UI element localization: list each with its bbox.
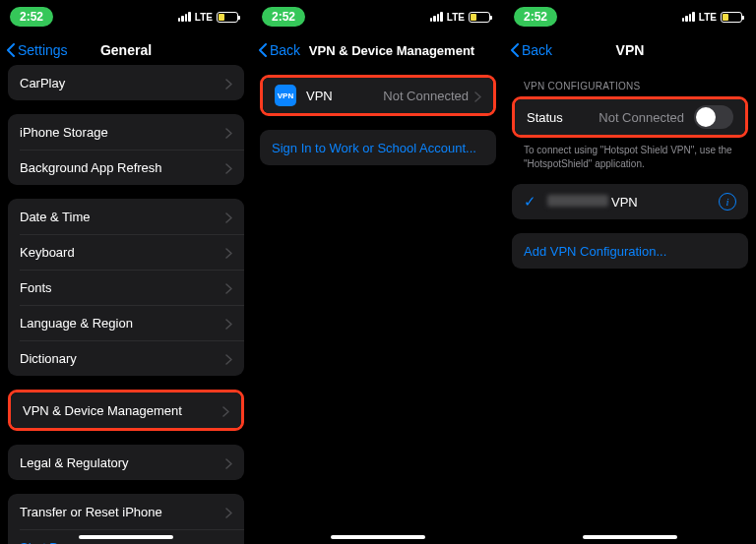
signal-icon xyxy=(178,12,191,22)
row-dictionary[interactable]: Dictionary xyxy=(8,340,244,376)
row-transfer-reset[interactable]: Transfer or Reset iPhone xyxy=(8,494,244,529)
status-indicators: LTE xyxy=(430,12,490,23)
chevron-right-icon xyxy=(225,127,232,138)
network-label: LTE xyxy=(195,12,213,23)
chevron-right-icon xyxy=(225,247,232,258)
status-toggle[interactable] xyxy=(694,105,733,129)
chevron-right-icon xyxy=(225,162,232,173)
network-label: LTE xyxy=(447,12,465,23)
page-title: General xyxy=(100,42,152,58)
group-add-config: Add VPN Configuration... xyxy=(512,233,748,269)
row-label: Keyboard xyxy=(20,245,225,260)
status-indicators: LTE xyxy=(178,12,238,23)
group-vpn-highlight: VPN VPN Not Connected xyxy=(260,75,496,116)
group-carplay: CarPlay xyxy=(8,65,244,100)
screen-general: 2:52 LTE Settings General CarPlay i xyxy=(0,0,252,544)
group-storage: iPhone Storage Background App Refresh xyxy=(8,114,244,185)
row-label: Sign In to Work or School Account... xyxy=(272,141,484,155)
chevron-right-icon xyxy=(222,405,229,416)
group-locale: Date & Time Keyboard Fonts Language & Re… xyxy=(8,199,244,376)
row-label: Shut Down xyxy=(20,540,232,545)
row-label: Status xyxy=(527,110,598,125)
status-bar: 2:52 LTE xyxy=(0,0,252,33)
back-button[interactable]: Back xyxy=(258,42,300,58)
row-vpn-config-selected[interactable]: ✓ VPN i xyxy=(512,184,748,219)
row-vpn-device-management[interactable]: VPN & Device Management xyxy=(11,393,241,428)
home-indicator[interactable] xyxy=(331,535,425,539)
home-indicator[interactable] xyxy=(79,535,173,539)
back-button[interactable]: Back xyxy=(510,42,552,58)
battery-icon xyxy=(721,12,742,23)
time-pill: 2:52 xyxy=(262,7,305,27)
nav-bar: Back VPN & Device Management xyxy=(252,33,504,67)
chevron-right-icon xyxy=(225,507,232,517)
row-keyboard[interactable]: Keyboard xyxy=(8,234,244,270)
chevron-right-icon xyxy=(225,353,232,364)
time-pill: 2:52 xyxy=(10,7,53,27)
row-fonts[interactable]: Fonts xyxy=(8,270,244,305)
group-signin: Sign In to Work or School Account... xyxy=(260,130,496,165)
row-label: VPN & Device Management xyxy=(23,403,222,418)
row-label: Transfer or Reset iPhone xyxy=(20,505,225,519)
chevron-right-icon xyxy=(225,457,232,468)
signal-icon xyxy=(430,12,443,22)
row-value: Not Connected xyxy=(598,110,684,125)
info-icon[interactable]: i xyxy=(719,193,736,211)
group-legal: Legal & Regulatory xyxy=(8,445,244,480)
back-button[interactable]: Settings xyxy=(6,42,68,58)
row-label: Fonts xyxy=(20,280,225,295)
row-value: Not Connected xyxy=(383,89,469,103)
row-status: Status Not Connected xyxy=(515,99,745,135)
row-vpn[interactable]: VPN VPN Not Connected xyxy=(263,78,493,113)
battery-icon xyxy=(469,12,490,23)
row-background-refresh[interactable]: Background App Refresh xyxy=(8,150,244,185)
checkmark-icon: ✓ xyxy=(524,193,537,211)
vpn-icon: VPN xyxy=(275,85,296,106)
row-language-region[interactable]: Language & Region xyxy=(8,305,244,340)
row-add-vpn-config[interactable]: Add VPN Configuration... xyxy=(512,233,748,269)
time-pill: 2:52 xyxy=(514,7,557,27)
chevron-left-icon xyxy=(510,43,520,57)
row-label: Language & Region xyxy=(20,316,225,331)
row-carplay[interactable]: CarPlay xyxy=(8,65,244,100)
footnote: To connect using "Hotspot Shield VPN", u… xyxy=(512,138,748,170)
group-status-highlight: Status Not Connected xyxy=(512,96,748,138)
back-label: Back xyxy=(270,42,300,58)
row-legal[interactable]: Legal & Regulatory xyxy=(8,445,244,480)
back-label: Settings xyxy=(18,42,68,58)
row-signin-work-school[interactable]: Sign In to Work or School Account... xyxy=(260,130,496,165)
row-label: Add VPN Configuration... xyxy=(524,244,736,259)
chevron-right-icon xyxy=(225,78,232,89)
signal-icon xyxy=(682,12,695,22)
config-suffix: VPN xyxy=(611,195,638,210)
row-label: Legal & Regulatory xyxy=(20,455,225,470)
group-vpn-highlight: VPN & Device Management xyxy=(8,390,244,431)
row-date-time[interactable]: Date & Time xyxy=(8,199,244,234)
chevron-left-icon xyxy=(258,43,268,57)
row-label: Background App Refresh xyxy=(20,160,225,175)
page-title: VPN & Device Management xyxy=(309,43,474,58)
page-title: VPN xyxy=(616,42,645,58)
network-label: LTE xyxy=(699,12,717,23)
chevron-right-icon xyxy=(225,318,232,329)
chevron-right-icon xyxy=(474,91,481,101)
section-header-vpn-config: VPN CONFIGURATIONS xyxy=(512,81,748,96)
chevron-right-icon xyxy=(225,212,232,222)
chevron-right-icon xyxy=(225,282,232,293)
row-label: Date & Time xyxy=(20,210,225,224)
nav-bar: Settings General xyxy=(0,33,252,67)
row-label: Dictionary xyxy=(20,351,225,366)
screen-vpn-device-management: 2:52 LTE Back VPN & Device Management VP… xyxy=(252,0,504,544)
group-config: ✓ VPN i xyxy=(512,184,748,219)
redacted-text xyxy=(547,195,608,207)
row-label: VPN xyxy=(306,89,383,103)
row-label: CarPlay xyxy=(20,76,225,91)
back-label: Back xyxy=(522,42,552,58)
screen-vpn: 2:52 LTE Back VPN VPN CONFIGURATIONS Sta… xyxy=(504,0,756,544)
home-indicator[interactable] xyxy=(583,535,677,539)
row-iphone-storage[interactable]: iPhone Storage xyxy=(8,114,244,150)
status-indicators: LTE xyxy=(682,12,742,23)
row-label: iPhone Storage xyxy=(20,125,225,140)
battery-icon xyxy=(217,12,238,23)
row-label: VPN xyxy=(547,195,719,210)
